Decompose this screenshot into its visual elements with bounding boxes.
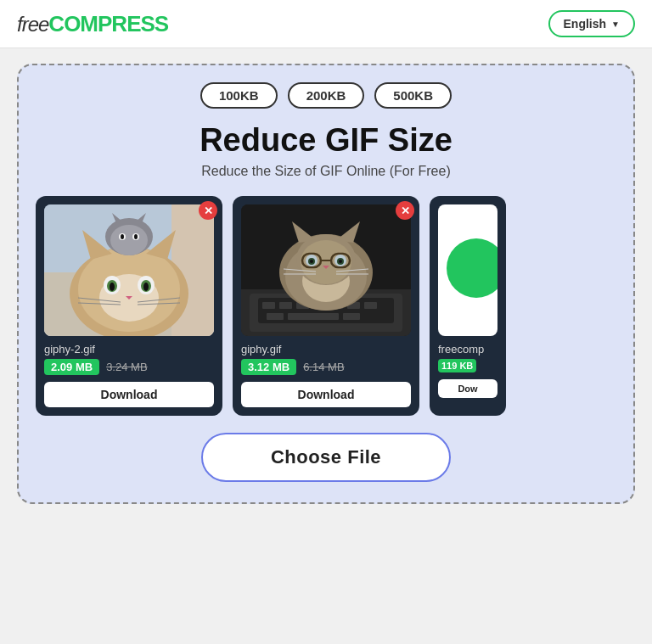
new-size-3: 119 KB xyxy=(438,359,476,372)
size-buttons-row: 100KB 200KB 500KB xyxy=(36,82,616,109)
file-card-1: ✕ xyxy=(36,196,222,416)
svg-point-54 xyxy=(339,260,342,263)
choose-file-section: Choose File xyxy=(36,433,616,482)
download-button-1[interactable]: Download xyxy=(44,382,214,407)
main-content: 100KB 200KB 500KB Reduce GIF Size Reduce… xyxy=(0,48,652,519)
old-size-2: 6.14 MB xyxy=(303,361,344,373)
svg-point-10 xyxy=(110,283,115,291)
svg-point-11 xyxy=(143,283,149,291)
download-button-3[interactable]: Dow xyxy=(438,379,497,398)
logo: freeCOMPRESS xyxy=(17,11,168,37)
filename-1: giphy-2.gif xyxy=(44,343,214,356)
logo-free: free xyxy=(17,13,48,36)
preview-image-1 xyxy=(44,204,214,336)
old-size-1: 3.24 MB xyxy=(106,361,147,373)
svg-rect-40 xyxy=(343,313,360,320)
language-label: English xyxy=(564,17,607,31)
svg-point-23 xyxy=(121,234,124,239)
download-button-2[interactable]: Download xyxy=(241,382,411,407)
svg-point-53 xyxy=(310,260,313,263)
svg-rect-32 xyxy=(279,302,292,309)
size-500kb-button[interactable]: 500KB xyxy=(374,82,452,109)
green-circle xyxy=(447,238,497,298)
file-card-2: ✕ xyxy=(233,196,419,416)
new-size-1: 2.09 MB xyxy=(44,359,99,375)
logo-compress: COMPRESS xyxy=(48,11,168,36)
preview-image-3 xyxy=(438,204,497,336)
cat1-svg xyxy=(44,204,214,336)
new-size-2: 3.12 MB xyxy=(241,359,296,375)
preview-image-2 xyxy=(241,204,411,336)
close-button-2[interactable]: ✕ xyxy=(396,201,414,220)
chevron-down-icon: ▼ xyxy=(611,20,620,29)
page-title: Reduce GIF Size xyxy=(36,122,616,159)
filename-3: freecomp xyxy=(438,343,497,356)
size-200kb-button[interactable]: 200KB xyxy=(288,82,365,109)
file-sizes-3: 119 KB xyxy=(438,359,497,372)
svg-rect-39 xyxy=(288,313,339,320)
close-button-1[interactable]: ✕ xyxy=(199,201,217,220)
cards-row: ✕ xyxy=(36,196,616,416)
svg-rect-37 xyxy=(364,302,377,309)
dashed-container: 100KB 200KB 500KB Reduce GIF Size Reduce… xyxy=(17,64,635,504)
svg-point-20 xyxy=(110,225,148,255)
choose-file-button[interactable]: Choose File xyxy=(201,433,451,482)
svg-rect-38 xyxy=(267,313,284,320)
svg-point-24 xyxy=(134,234,138,239)
file-sizes-2: 3.12 MB 6.14 MB xyxy=(241,359,411,375)
size-100kb-button[interactable]: 100KB xyxy=(200,82,278,109)
file-card-3: freecomp 119 KB Dow xyxy=(430,196,506,416)
header: freeCOMPRESS English ▼ xyxy=(0,0,652,48)
language-button[interactable]: English ▼ xyxy=(548,10,635,37)
filename-2: giphy.gif xyxy=(241,343,411,356)
file-sizes-1: 2.09 MB 3.24 MB xyxy=(44,359,214,375)
page-subtitle: Reduce the Size of GIF Online (For Free) xyxy=(36,164,616,179)
svg-rect-31 xyxy=(262,302,275,309)
cat2-svg xyxy=(241,204,411,336)
